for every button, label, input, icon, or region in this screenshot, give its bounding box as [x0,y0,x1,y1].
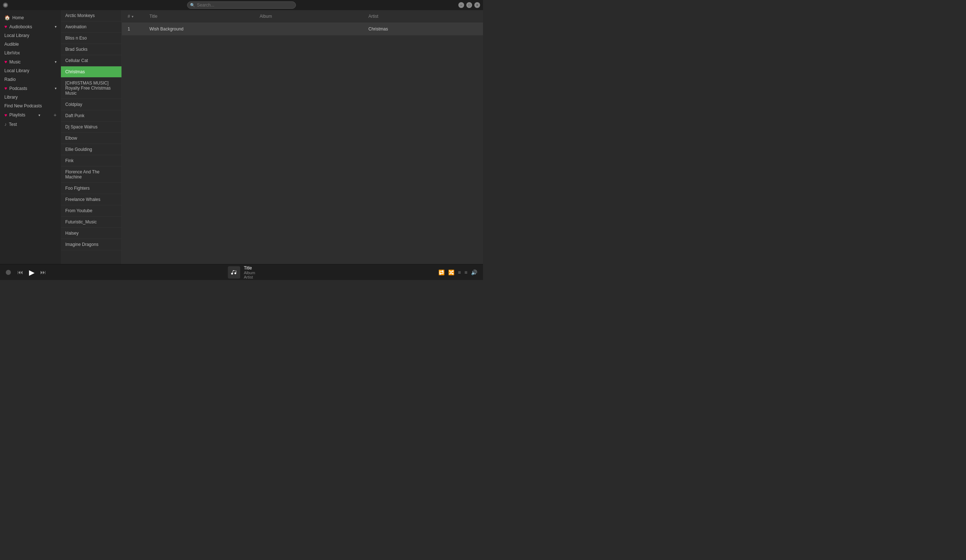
sidebar-item-playlists[interactable]: ♥ Playlists ▾ + [0,110,61,120]
sidebar: 🏠 Home ♥ Audiobooks ▾ Local Library Audi… [0,10,61,264]
app-body: 🏠 Home ♥ Audiobooks ▾ Local Library Audi… [0,10,483,264]
svg-point-0 [4,3,7,7]
sidebar-label-radio: Radio [4,77,16,82]
repeat-button[interactable]: 🔁 [439,269,445,275]
artist-item-cellular-cat[interactable]: Cellular Cat [61,55,122,66]
col-artist: Artist [368,14,477,19]
artist-item-ellie-goulding[interactable]: Ellie Goulding [61,144,122,155]
sidebar-item-radio[interactable]: Radio [0,75,61,84]
artist-item-halsey[interactable]: Halsey [61,228,122,239]
player-meta: Title Album Artist [244,266,255,279]
sidebar-label-home: Home [12,15,24,20]
home-icon: 🏠 [4,15,10,20]
player-title: Title [244,266,255,271]
player-bar: ⏮ ▶ ⏭ Title Album Artist 🔁 🔀 ≡ ≡ 🔊 [0,264,483,280]
heart-icon-audiobooks: ♥ [4,24,7,30]
player-controls: ⏮ ▶ ⏭ [17,267,47,278]
col-album: Album [260,14,368,19]
sidebar-item-library[interactable]: Library [0,93,61,102]
search-container: 🔍 [187,2,296,9]
artist-item-dj-space-walrus[interactable]: Dj Space Walrus [61,122,122,133]
sidebar-item-test[interactable]: ♪ Test [0,120,61,129]
sidebar-item-local-library-audio[interactable]: Local Library [0,31,61,40]
play-button[interactable]: ▶ [28,267,35,278]
artist-item-awolnation[interactable]: Awolnation [61,21,122,33]
shuffle-button[interactable]: 🔀 [448,269,454,275]
track-artist: Christmas [368,26,477,31]
col-title: Title [150,14,260,19]
track-table: # ▾ Title Album Artist 1 Wish Background… [122,10,483,264]
sidebar-label-find-new-podcasts: Find New Podcasts [4,103,42,108]
sidebar-label-test: Test [9,122,17,127]
artist-item-florence-and-the-machine[interactable]: Florence And The Machine [61,166,122,183]
artist-item-daft-punk[interactable]: Daft Punk [61,110,122,122]
sidebar-item-audiobooks[interactable]: ♥ Audiobooks ▾ [0,22,61,31]
chevron-down-icon-music: ▾ [55,60,57,64]
sidebar-label-audible: Audible [4,42,19,47]
sidebar-label-playlists: Playlists [10,112,25,118]
sidebar-item-local-library-music[interactable]: Local Library [0,66,61,75]
table-row[interactable]: 1 Wish Background Christmas [122,23,483,36]
window-controls: − □ × [458,2,480,8]
sidebar-item-home[interactable]: 🏠 Home [0,13,61,22]
sidebar-label-music: Music [10,59,21,64]
sidebar-item-podcasts[interactable]: ♥ Podcasts ▾ [0,84,61,93]
player-right-controls: 🔁 🔀 ≡ ≡ 🔊 [439,269,477,275]
app-logo [3,3,8,8]
sidebar-label-local-library-music: Local Library [4,68,30,73]
sidebar-label-librivox: LibriVox [4,51,20,56]
col-num: # ▾ [128,14,150,19]
artist-item-elbow[interactable]: Elbow [61,133,122,144]
sidebar-label-local-library-audio: Local Library [4,33,30,38]
artist-item-coldplay[interactable]: Coldplay [61,99,122,110]
titlebar: 🔍 − □ × [0,0,483,10]
sidebar-item-find-new-podcasts[interactable]: Find New Podcasts [0,102,61,110]
search-icon: 🔍 [190,3,195,8]
minimize-button[interactable]: − [458,2,464,8]
track-num: 1 [128,26,150,31]
artist-item-bliss-n-eso[interactable]: Bliss n Eso [61,33,122,44]
player-artwork [228,266,240,279]
artist-item-christmas-music[interactable]: [CHRISTMAS MUSIC] Royalty Free Christmas… [61,77,122,99]
music-note-icon: ♪ [4,122,7,127]
sidebar-label-audiobooks: Audiobooks [10,24,32,30]
chevron-down-icon-playlists: ▾ [38,113,40,117]
artist-item-arctic-monkeys[interactable]: Arctic Monkeys [61,10,122,21]
add-playlist-button[interactable]: + [54,112,57,118]
track-table-header: # ▾ Title Album Artist [122,10,483,23]
track-title: Wish Background [150,26,260,31]
main-content: # ▾ Title Album Artist 1 Wish Background… [122,10,483,264]
heart-icon-playlists: ♥ [4,112,7,118]
sidebar-item-music[interactable]: ♥ Music ▾ [0,57,61,66]
artist-item-freelance-whales[interactable]: Freelance Whales [61,194,122,205]
artist-item-foo-fighters[interactable]: Foo Fighters [61,183,122,194]
sort-chevron-icon: ▾ [131,15,133,18]
heart-icon-podcasts: ♥ [4,85,7,91]
player-progress-indicator [6,270,11,275]
lyrics-button[interactable]: ≡ [465,269,467,275]
artist-panel: Arctic Monkeys Awolnation Bliss n Eso Br… [61,10,122,264]
artist-item-fink[interactable]: Fink [61,155,122,166]
heart-icon-music: ♥ [4,59,7,64]
sidebar-label-library: Library [4,95,18,100]
chevron-down-icon-podcasts: ▾ [55,86,57,90]
search-input[interactable] [187,2,296,9]
close-button[interactable]: × [474,2,480,8]
artist-item-futuristic-music[interactable]: Futuristic_Music [61,217,122,228]
volume-button[interactable]: 🔊 [471,269,477,275]
sidebar-label-podcasts: Podcasts [10,86,27,91]
queue-button[interactable]: ≡ [458,269,461,275]
artist-item-imagine-dragons[interactable]: Imagine Dragons [61,239,122,250]
artist-item-from-youtube[interactable]: From Youtube [61,205,122,217]
chevron-down-icon-audiobooks: ▾ [55,25,57,29]
prev-button[interactable]: ⏮ [17,268,24,276]
player-info: Title Album Artist [228,266,255,279]
maximize-button[interactable]: □ [466,2,472,8]
artist-item-christmas[interactable]: Christmas [61,66,122,77]
player-album: Album [244,271,255,275]
player-artist: Artist [244,275,255,279]
artist-item-brad-sucks[interactable]: Brad Sucks [61,44,122,55]
sidebar-item-librivox[interactable]: LibriVox [0,49,61,57]
sidebar-item-audible[interactable]: Audible [0,40,61,49]
next-button[interactable]: ⏭ [39,268,47,276]
